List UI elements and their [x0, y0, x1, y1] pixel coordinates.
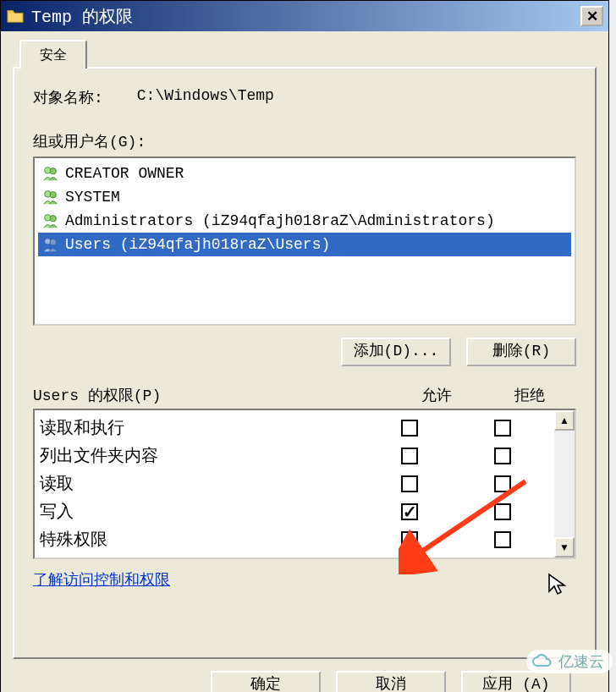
watermark: 亿速云 [526, 650, 613, 673]
permissions-header: Users 的权限(P) 允许 拒绝 [33, 385, 576, 405]
allow-checkbox[interactable] [401, 420, 418, 437]
allow-checkbox[interactable] [401, 503, 418, 520]
user-group-icon [41, 235, 60, 254]
user-group-icon [41, 188, 60, 206]
svg-point-1 [50, 168, 56, 174]
user-item[interactable]: Users (iZ94qfajh018raZ\Users) [38, 233, 571, 256]
window-title: Temp 的权限 [31, 5, 574, 28]
tab-security[interactable]: 安全 [19, 40, 87, 69]
help-link[interactable]: 了解访问控制和权限 [33, 569, 170, 590]
scroll-down-button[interactable]: ▼ [554, 537, 575, 557]
user-item-label: Users (iZ94qfajh018raZ\Users) [65, 236, 330, 253]
add-button[interactable]: 添加(D)... [341, 338, 451, 366]
tab-panel: 对象名称: C:\Windows\Temp 组或用户名(G): CREATOR … [13, 67, 597, 659]
close-button[interactable]: ✕ [580, 6, 603, 26]
allow-column-header: 允许 [390, 385, 483, 405]
deny-checkbox[interactable] [494, 503, 511, 520]
user-buttons-row: 添加(D)... 删除(R) [33, 338, 576, 366]
cursor-icon [547, 573, 571, 596]
title-bar[interactable]: Temp 的权限 ✕ [1, 1, 608, 31]
users-listbox[interactable]: CREATOR OWNERSYSTEMAdministrators (iZ94q… [33, 157, 576, 326]
permission-row: 读取和执行 [40, 414, 549, 442]
deny-checkbox[interactable] [494, 420, 511, 437]
permissions-body: 读取和执行列出文件夹内容读取写入特殊权限 [35, 410, 554, 557]
permission-label: 写入 [40, 500, 363, 523]
groups-label: 组或用户名(G): [33, 131, 576, 151]
permissions-list: 读取和执行列出文件夹内容读取写入特殊权限 ▲ ▼ [33, 409, 576, 559]
object-name-value: C:\Windows\Temp [137, 87, 274, 107]
deny-column-header: 拒绝 [483, 385, 576, 405]
watermark-text: 亿速云 [558, 651, 604, 672]
permissions-for-label: Users 的权限(P) [33, 385, 390, 405]
object-name-label: 对象名称: [33, 87, 103, 107]
deny-checkbox[interactable] [494, 531, 511, 548]
tab-strip: 安全 [13, 40, 597, 69]
permission-label: 列出文件夹内容 [40, 444, 363, 467]
permission-row: 列出文件夹内容 [40, 442, 549, 470]
close-icon: ✕ [586, 8, 598, 25]
remove-button[interactable]: 删除(R) [466, 338, 576, 366]
user-group-icon [41, 211, 60, 230]
permission-label: 读取 [40, 472, 363, 495]
user-item[interactable]: Administrators (iZ94qfajh018raZ\Administ… [38, 209, 571, 233]
scroll-up-button[interactable]: ▲ [554, 410, 575, 431]
allow-checkbox[interactable] [401, 448, 418, 464]
apply-button[interactable]: 应用 (A) [461, 671, 571, 692]
permissions-dialog: Temp 的权限 ✕ 安全 对象名称: C:\Windows\Temp 组或用户… [0, 0, 609, 692]
scrollbar[interactable]: ▲ ▼ [554, 410, 575, 557]
tab-label: 安全 [40, 47, 67, 62]
svg-point-3 [50, 192, 56, 198]
client-area: 安全 对象名称: C:\Windows\Temp 组或用户名(G): CREAT… [1, 31, 608, 692]
dialog-buttons: 确定 取消 应用 (A) [13, 659, 597, 692]
user-item[interactable]: CREATOR OWNER [38, 162, 571, 185]
svg-point-7 [50, 239, 56, 245]
deny-checkbox[interactable] [494, 475, 511, 492]
user-group-icon [41, 164, 60, 183]
user-item-label: CREATOR OWNER [65, 165, 184, 182]
user-item-label: SYSTEM [65, 189, 120, 206]
permission-label: 读取和执行 [40, 416, 363, 439]
cancel-button[interactable]: 取消 [336, 671, 446, 692]
allow-checkbox[interactable] [401, 475, 418, 492]
svg-point-5 [50, 216, 56, 222]
scroll-track[interactable] [554, 431, 575, 537]
permission-row: 读取 [40, 470, 549, 497]
ok-button[interactable]: 确定 [211, 671, 321, 692]
user-item-label: Administrators (iZ94qfajh018raZ\Administ… [65, 212, 495, 229]
permission-label: 特殊权限 [40, 528, 363, 551]
object-name-row: 对象名称: C:\Windows\Temp [33, 87, 576, 107]
permission-row: 写入 [40, 497, 549, 525]
folder-icon [6, 7, 25, 25]
allow-checkbox[interactable] [401, 531, 418, 548]
permission-row: 特殊权限 [40, 525, 549, 553]
deny-checkbox[interactable] [494, 448, 511, 464]
cloud-icon [531, 654, 553, 669]
user-item[interactable]: SYSTEM [38, 185, 571, 209]
